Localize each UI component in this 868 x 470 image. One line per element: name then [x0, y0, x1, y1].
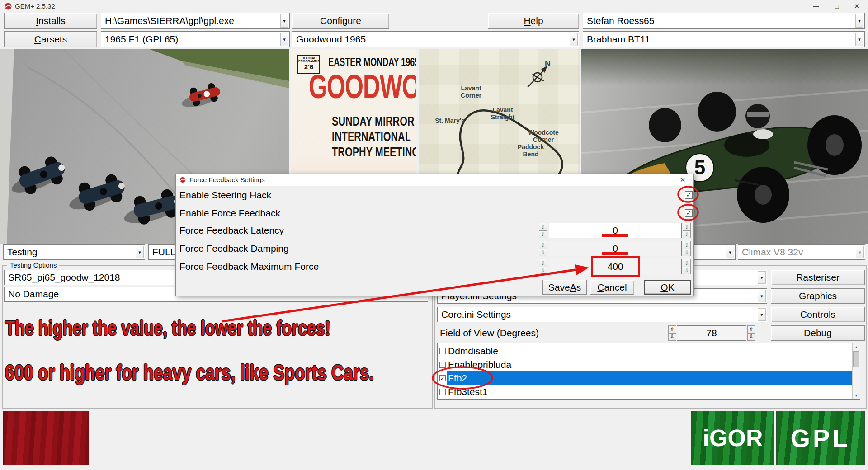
- controls-button[interactable]: Controls: [771, 307, 865, 322]
- list-item-label: Ffb2: [448, 371, 467, 385]
- carset-combobox[interactable]: 1965 F1 (GPL65) ▾: [101, 31, 290, 47]
- window-title: GEM+ 2.5.32: [15, 2, 55, 10]
- igor-logo-text: iGOR: [703, 424, 763, 451]
- igor-logo[interactable]: iGOR: [691, 411, 774, 465]
- chevron-down-icon[interactable]: ▾: [280, 14, 288, 28]
- force-feedback-checkbox[interactable]: ✓: [685, 209, 693, 217]
- chevron-down-icon[interactable]: ▾: [758, 290, 766, 302]
- player-combobox[interactable]: Stefan Roess65 ▾: [583, 13, 865, 29]
- spin-down-icon[interactable]: ⇩: [747, 333, 755, 341]
- scroll-down-icon[interactable]: ▼: [853, 392, 860, 399]
- cancel-button[interactable]: Cancel: [590, 280, 634, 295]
- chevron-down-icon[interactable]: ▾: [758, 271, 766, 284]
- checkbox[interactable]: [439, 389, 446, 395]
- poster-line1: SUNDAY MIRROR: [332, 113, 402, 129]
- close-button[interactable]: ✕: [848, 0, 866, 12]
- installs-button[interactable]: Installs: [4, 13, 97, 29]
- chevron-down-icon[interactable]: ▾: [570, 33, 578, 46]
- damping-field[interactable]: 0: [549, 241, 682, 256]
- minimize-button[interactable]: —: [807, 0, 825, 12]
- list-item-selected[interactable]: ✓ Ffb2: [438, 371, 852, 385]
- chevron-down-icon[interactable]: ▾: [280, 33, 288, 46]
- spin-up-icon[interactable]: ⇧: [668, 325, 676, 334]
- maximize-button[interactable]: □: [828, 0, 846, 12]
- steering-hack-checkbox[interactable]: ✓: [685, 191, 693, 199]
- spin-down-icon[interactable]: ⇩: [668, 333, 676, 341]
- configure-button[interactable]: Configure: [292, 13, 389, 29]
- engine-value: Climax V8 32v: [742, 247, 803, 258]
- spin-down-icon[interactable]: ⇩: [539, 230, 547, 239]
- spin-up-icon[interactable]: ⇧: [539, 259, 547, 267]
- fov-field[interactable]: 78: [677, 325, 746, 341]
- checkbox[interactable]: ✓: [439, 375, 446, 381]
- list-item[interactable]: Ffb3test1: [438, 385, 852, 399]
- maxforce-spinner-left: ⇧ ⇩: [539, 259, 547, 274]
- car-value: Brabham BT11: [587, 34, 650, 45]
- poster-line2: INTERNATIONAL: [332, 129, 402, 144]
- map-label-lavant-corner: LavantCorner: [455, 85, 487, 99]
- chevron-down-icon[interactable]: ▾: [136, 246, 144, 258]
- chevron-down-icon[interactable]: ▾: [856, 246, 864, 258]
- spin-up-icon[interactable]: ⇧: [539, 241, 547, 249]
- checkbox[interactable]: [439, 362, 446, 368]
- spin-up-icon[interactable]: ⇧: [539, 223, 547, 231]
- ok-button[interactable]: OK: [644, 280, 691, 295]
- save-as-button[interactable]: Save As: [542, 280, 587, 295]
- engine-combobox[interactable]: Climax V8 32v ▾: [738, 244, 865, 260]
- latency-field[interactable]: 0: [549, 223, 682, 238]
- player-value: Stefan Roess65: [587, 15, 654, 26]
- scrollbar-thumb[interactable]: [853, 351, 859, 367]
- spin-up-icon[interactable]: ⇧: [747, 325, 755, 334]
- maxforce-field[interactable]: 400: [549, 259, 682, 274]
- track-combobox[interactable]: Goodwood 1965 ▾: [292, 31, 579, 47]
- dialog-row-label: Force Feedback Latency: [179, 223, 284, 238]
- chevron-down-icon[interactable]: ▾: [855, 14, 863, 28]
- checkbox[interactable]: [439, 348, 446, 354]
- spin-down-icon[interactable]: ⇩: [539, 267, 547, 275]
- spin-up-icon[interactable]: ⇧: [683, 259, 691, 267]
- chevron-down-icon[interactable]: ▾: [855, 33, 863, 46]
- fov-label: Field of View (Degrees): [440, 325, 539, 341]
- poster-title: GOODWOOD: [309, 67, 399, 106]
- list-item[interactable]: Enablepribluda: [438, 358, 852, 371]
- graphics-button[interactable]: Graphics: [771, 288, 865, 304]
- dialog-row-label: Force Feedback Maximum Force: [179, 259, 319, 274]
- debug-button[interactable]: Debug: [771, 325, 865, 341]
- dialog-icon: [179, 177, 186, 183]
- scroll-up-icon[interactable]: ▲: [853, 343, 860, 351]
- exe-path-value: H:\Games\SIERRA\gpl\gpl.exe: [105, 15, 234, 26]
- spin-down-icon[interactable]: ⇩: [683, 249, 691, 257]
- chevron-down-icon[interactable]: ▾: [726, 246, 734, 258]
- gem-window: GEM+ 2.5.32 — □ ✕ Installs H:\Games\SIER…: [0, 0, 868, 470]
- list-item[interactable]: Ddmdisable: [438, 344, 852, 358]
- carsets-button[interactable]: Carsets: [4, 31, 97, 47]
- dialog-titlebar: Force Feedback Settings ✕: [176, 174, 693, 186]
- rasteriser-button[interactable]: Rasteriser: [771, 270, 865, 285]
- annotation-note1: The higher the value, the lower the forc…: [5, 316, 330, 340]
- setup-value: SR65_pj65_goodw_12018: [8, 272, 120, 283]
- fov-value: 78: [706, 328, 717, 338]
- damping-spinner-right: ⇧ ⇩: [683, 241, 691, 256]
- spin-up-icon[interactable]: ⇧: [683, 241, 691, 249]
- list-item-label: Ffb3test1: [448, 385, 488, 399]
- help-button[interactable]: Help: [488, 13, 579, 29]
- dialog-close-icon[interactable]: ✕: [676, 175, 689, 185]
- compass-rose: [528, 66, 547, 87]
- spin-down-icon[interactable]: ⇩: [683, 267, 691, 275]
- latency-value: 0: [613, 225, 618, 236]
- spin-down-icon[interactable]: ⇩: [539, 249, 547, 257]
- app-icon: [5, 3, 12, 10]
- car-number: 5: [694, 156, 705, 179]
- spin-down-icon[interactable]: ⇩: [683, 230, 691, 239]
- mode-combobox[interactable]: Testing ▾: [3, 244, 145, 260]
- core-ini-value: Core.ini Settings: [441, 309, 511, 320]
- spin-up-icon[interactable]: ⇧: [683, 223, 691, 231]
- exe-path-combobox[interactable]: H:\Games\SIERRA\gpl\gpl.exe ▾: [101, 13, 290, 29]
- car-combobox[interactable]: Brabham BT11 ▾: [583, 31, 865, 47]
- core-ini-combobox[interactable]: Core.ini Settings ▾: [437, 307, 767, 322]
- poster-line3: TROPHY MEETING: [332, 144, 402, 160]
- gpl-logo[interactable]: GPL: [776, 411, 865, 465]
- chevron-down-icon[interactable]: ▾: [758, 308, 766, 321]
- listbox-scrollbar[interactable]: ▲ ▼: [852, 343, 860, 399]
- latency-spinner-left: ⇧ ⇩: [539, 223, 547, 238]
